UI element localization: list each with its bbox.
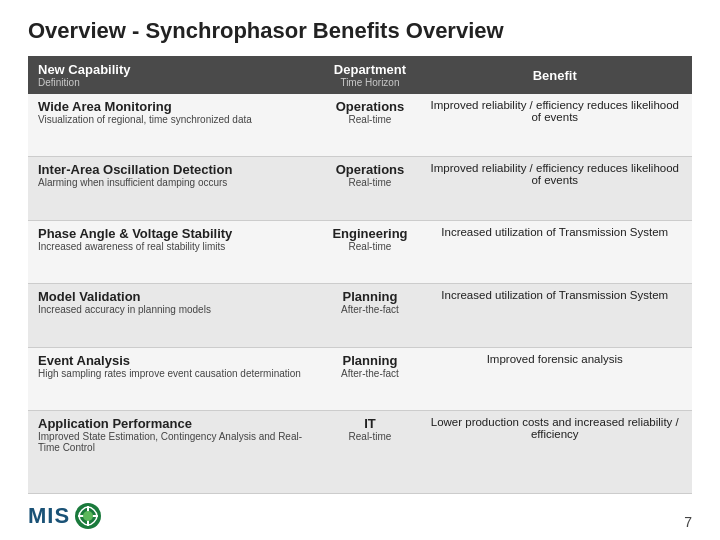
- capability-sub: Increased awareness of real stability li…: [38, 241, 312, 252]
- capability-cell: Event AnalysisHigh sampling rates improv…: [28, 347, 322, 411]
- page: Overview - Synchrophasor Benefits Overvi…: [0, 0, 720, 540]
- department-cell: PlanningAfter-the-fact: [322, 284, 417, 348]
- department-cell: OperationsReal-time: [322, 94, 417, 157]
- benefit-text: Lower production costs and increased rel…: [428, 416, 682, 440]
- benefits-table: New Capability Definition Department Tim…: [28, 56, 692, 494]
- department-cell: OperationsReal-time: [322, 157, 417, 221]
- benefit-cell: Improved reliability / efficiency reduce…: [418, 157, 692, 221]
- capability-main: Event Analysis: [38, 353, 312, 368]
- dept-main: Engineering: [332, 226, 407, 241]
- benefit-cell: Increased utilization of Transmission Sy…: [418, 220, 692, 284]
- capability-main: Model Validation: [38, 289, 312, 304]
- page-number: 7: [684, 514, 692, 530]
- capability-cell: Wide Area MonitoringVisualization of reg…: [28, 94, 322, 157]
- capability-cell: Phase Angle & Voltage StabilityIncreased…: [28, 220, 322, 284]
- benefit-cell: Improved reliability / efficiency reduce…: [418, 94, 692, 157]
- miso-logo-icon: [74, 502, 102, 530]
- dept-main: IT: [332, 416, 407, 431]
- col-header-capability: New Capability Definition: [28, 56, 322, 94]
- dept-main: Operations: [332, 99, 407, 114]
- capability-cell: Application PerformanceImproved State Es…: [28, 411, 322, 494]
- capability-main: Application Performance: [38, 416, 312, 431]
- dept-sub: Real-time: [332, 241, 407, 252]
- table-row: Phase Angle & Voltage StabilityIncreased…: [28, 220, 692, 284]
- benefit-text: Improved forensic analysis: [428, 353, 682, 365]
- table-row: Wide Area MonitoringVisualization of reg…: [28, 94, 692, 157]
- capability-sub: Increased accuracy in planning models: [38, 304, 312, 315]
- capability-sub: Improved State Estimation, Contingency A…: [38, 431, 312, 453]
- page-title: Overview - Synchrophasor Benefits Overvi…: [28, 18, 692, 44]
- benefit-cell: Improved forensic analysis: [418, 347, 692, 411]
- footer: MIS 7: [28, 502, 692, 530]
- benefit-text: Increased utilization of Transmission Sy…: [428, 289, 682, 301]
- capability-main: Wide Area Monitoring: [38, 99, 312, 114]
- benefit-cell: Increased utilization of Transmission Sy…: [418, 284, 692, 348]
- department-cell: EngineeringReal-time: [322, 220, 417, 284]
- dept-main: Planning: [332, 353, 407, 368]
- capability-sub: Visualization of regional, time synchron…: [38, 114, 312, 125]
- col-header-department: Department Time Horizon: [322, 56, 417, 94]
- capability-sub: Alarming when insufficient damping occur…: [38, 177, 312, 188]
- miso-text: MIS: [28, 503, 70, 529]
- dept-sub: Real-time: [332, 177, 407, 188]
- benefit-cell: Lower production costs and increased rel…: [418, 411, 692, 494]
- department-cell: PlanningAfter-the-fact: [322, 347, 417, 411]
- svg-point-1: [83, 511, 93, 521]
- dept-sub: Real-time: [332, 431, 407, 442]
- capability-main: Phase Angle & Voltage Stability: [38, 226, 312, 241]
- benefit-text: Increased utilization of Transmission Sy…: [428, 226, 682, 238]
- dept-main: Planning: [332, 289, 407, 304]
- dept-main: Operations: [332, 162, 407, 177]
- capability-cell: Inter-Area Oscillation DetectionAlarming…: [28, 157, 322, 221]
- table-row: Event AnalysisHigh sampling rates improv…: [28, 347, 692, 411]
- department-cell: ITReal-time: [322, 411, 417, 494]
- col-header-benefit: Benefit: [418, 56, 692, 94]
- table-row: Inter-Area Oscillation DetectionAlarming…: [28, 157, 692, 221]
- dept-sub: After-the-fact: [332, 304, 407, 315]
- capability-sub: High sampling rates improve event causat…: [38, 368, 312, 379]
- capability-cell: Model ValidationIncreased accuracy in pl…: [28, 284, 322, 348]
- table-row: Model ValidationIncreased accuracy in pl…: [28, 284, 692, 348]
- table-row: Application PerformanceImproved State Es…: [28, 411, 692, 494]
- benefit-text: Improved reliability / efficiency reduce…: [428, 162, 682, 186]
- capability-main: Inter-Area Oscillation Detection: [38, 162, 312, 177]
- dept-sub: Real-time: [332, 114, 407, 125]
- benefit-text: Improved reliability / efficiency reduce…: [428, 99, 682, 123]
- dept-sub: After-the-fact: [332, 368, 407, 379]
- miso-logo: MIS: [28, 502, 102, 530]
